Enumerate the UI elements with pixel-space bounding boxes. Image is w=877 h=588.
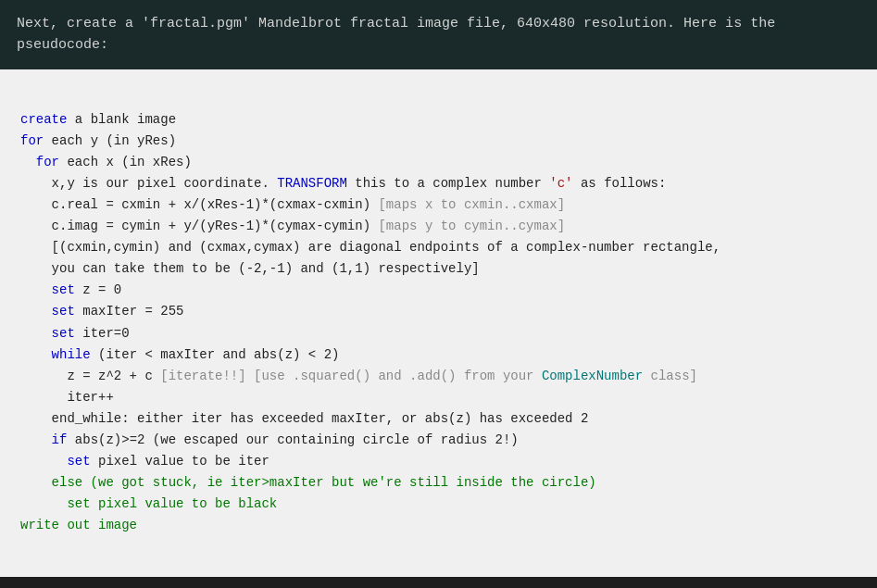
code-line-7: [(cxmin,cymin) and (cxmax,cymax) are dia… bbox=[20, 237, 857, 258]
code-line-17: set pixel value to be iter bbox=[20, 451, 857, 472]
code-line-11: set iter=0 bbox=[20, 323, 857, 344]
code-line-8: you can take them to be (-2,-1) and (1,1… bbox=[20, 258, 857, 280]
code-line-14: iter++ bbox=[20, 387, 857, 408]
code-line-1: create a blank image bbox=[20, 109, 857, 131]
code-block: create a blank image for each y (in yRes… bbox=[0, 69, 877, 577]
code-line-10: set maxIter = 255 bbox=[20, 301, 857, 322]
code-line-15: end_while: either iter has exceeded maxI… bbox=[20, 408, 857, 430]
code-line-13: z = z^2 + c [iterate!!] [use .squared() … bbox=[20, 366, 857, 387]
code-line-9: set z = 0 bbox=[20, 280, 857, 301]
code-line-5: c.real = cxmin + x/(xRes-1)*(cxmax-cxmin… bbox=[20, 194, 857, 216]
code-line-16: if abs(z)>=2 (we escaped our containing … bbox=[20, 430, 857, 451]
code-line-20: write out image bbox=[20, 515, 857, 536]
code-line-blank2 bbox=[20, 536, 857, 557]
code-line-12: while (iter < maxIter and abs(z) < 2) bbox=[20, 344, 857, 366]
code-line-4: x,y is our pixel coordinate. TRANSFORM t… bbox=[20, 173, 857, 194]
code-line-3: for each x (in xRes) bbox=[20, 152, 857, 173]
code-line-2: for each y (in yRes) bbox=[20, 131, 857, 152]
code-line-blank bbox=[20, 88, 857, 109]
header-line2: pseudocode: bbox=[17, 37, 108, 53]
code-line-19: set pixel value to be black bbox=[20, 494, 857, 515]
header-line1: Next, create a 'fractal.pgm' Mandelbrot … bbox=[17, 16, 775, 31]
code-line-6: c.imag = cymin + y/(yRes-1)*(cymax-cymin… bbox=[20, 216, 857, 237]
header-block: Next, create a 'fractal.pgm' Mandelbrot … bbox=[0, 0, 877, 69]
code-line-18: else (we got stuck, ie iter>maxIter but … bbox=[20, 472, 857, 494]
